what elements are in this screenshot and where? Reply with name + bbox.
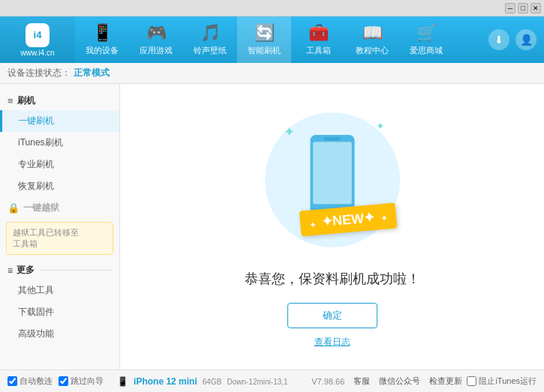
wechat-official-link[interactable]: 微信公众号 [379, 376, 420, 387]
title-bar: ─ □ ✕ [0, 0, 544, 16]
nav-items: 📱 我的设备 🎮 应用游戏 🎵 铃声壁纸 🔄 智能刷机 🧰 工具箱 📖 教程中心… [75, 16, 488, 63]
nav-smart-flash[interactable]: 🔄 智能刷机 [237, 16, 291, 63]
nav-right: ⬇ 👤 [488, 29, 544, 50]
nav-tutorial[interactable]: 📖 教程中心 [345, 16, 399, 63]
sidebar-advanced[interactable]: 高级功能 [0, 323, 119, 345]
top-nav: i4 www.i4.cn 📱 我的设备 🎮 应用游戏 🎵 铃声壁纸 🔄 智能刷机… [0, 16, 544, 63]
main-content: ≡ 刷机 一键刷机 iTunes刷机 专业刷机 恢复刷机 🔒 一键越狱 越狱工具… [0, 84, 544, 370]
jailbreak-label: 一键越狱 [23, 202, 59, 214]
maximize-btn[interactable]: □ [518, 3, 528, 13]
nav-tutorial-label: 教程中心 [356, 45, 389, 56]
nav-store-icon: 🛒 [416, 23, 437, 43]
nav-app-game[interactable]: 🎮 应用游戏 [129, 16, 183, 63]
success-text: 恭喜您，保资料刷机成功啦！ [245, 270, 420, 288]
minimize-btn[interactable]: ─ [505, 3, 515, 13]
svg-rect-2 [323, 137, 340, 141]
sidebar-download-firmware[interactable]: 下载固件 [0, 301, 119, 323]
nav-ringtone[interactable]: 🎵 铃声壁纸 [183, 16, 237, 63]
phone-circle: ✦ ✦ ✦NEW✦ [265, 112, 400, 247]
sidebar-restore-flash[interactable]: 恢复刷机 [0, 175, 119, 197]
auto-connect-input[interactable] [8, 376, 17, 386]
nav-ringtone-label: 铃声壁纸 [194, 45, 227, 56]
stop-itunes-input[interactable] [467, 376, 476, 386]
phone-container: ✦ ✦ ✦NEW✦ [257, 105, 407, 255]
nav-smart-flash-icon: 🔄 [254, 23, 275, 43]
nav-toolbox-icon: 🧰 [308, 23, 329, 43]
confirm-button[interactable]: 确定 [287, 303, 377, 328]
sidebar-warning: 越狱工具已转移至 工具箱 [6, 222, 113, 255]
status-value: 正常模式 [74, 67, 110, 79]
nav-ringtone-icon: 🎵 [200, 23, 221, 43]
logo-text: www.i4.cn [20, 49, 54, 57]
nav-my-device-icon: 📱 [92, 23, 113, 43]
download-btn[interactable]: ⬇ [488, 29, 509, 50]
sidebar-other-tools[interactable]: 其他工具 [0, 280, 119, 301]
nav-app-game-label: 应用游戏 [140, 45, 173, 56]
sidebar-flash-section: ≡ 刷机 [0, 90, 119, 110]
bottom-bar: 自动敷连 跳过向导 📱 iPhone 12 mini 64GB Down-12m… [0, 370, 544, 392]
flash-section-title: 刷机 [17, 94, 35, 107]
sidebar: ≡ 刷机 一键刷机 iTunes刷机 专业刷机 恢复刷机 🔒 一键越狱 越狱工具… [0, 84, 120, 370]
sparkle-tl-icon: ✦ [284, 124, 295, 140]
status-label: 设备连接状态： [8, 67, 71, 79]
check-update-link[interactable]: 检查更新 [429, 376, 462, 387]
stop-itunes-label: 阻止iTunes运行 [479, 376, 536, 387]
svg-rect-1 [313, 142, 352, 204]
more-section-title: 更多 [17, 264, 35, 277]
skip-wizard-label: 跳过向导 [71, 376, 104, 387]
device-version: Down-12mini-13,1 [227, 378, 287, 386]
sidebar-one-click-flash[interactable]: 一键刷机 [0, 110, 119, 132]
logo-area: i4 www.i4.cn [0, 16, 75, 63]
skip-wizard-checkbox[interactable]: 跳过向导 [59, 376, 104, 387]
nav-toolbox-label: 工具箱 [306, 45, 331, 56]
auto-connect-checkbox[interactable]: 自动敷连 [8, 376, 53, 387]
bottom-left: 自动敷连 跳过向导 📱 iPhone 12 mini 64GB Down-12m… [8, 376, 311, 387]
stop-itunes: 阻止iTunes运行 [467, 376, 536, 387]
nav-my-device-label: 我的设备 [86, 45, 119, 56]
version-text: V7.98.66 [311, 377, 344, 386]
close-btn[interactable]: ✕ [530, 3, 541, 13]
nav-app-game-icon: 🎮 [146, 23, 167, 43]
sidebar-itunes-flash[interactable]: iTunes刷机 [0, 132, 119, 154]
logo-icon: i4 [26, 23, 50, 47]
bottom-right: V7.98.66 客服 微信公众号 检查更新 [311, 376, 462, 387]
nav-store-label: 爱思商城 [410, 45, 443, 56]
auto-connect-label: 自动敷连 [20, 376, 53, 387]
user-btn[interactable]: 👤 [515, 29, 536, 50]
view-log-link[interactable]: 查看日志 [314, 336, 350, 349]
skip-wizard-input[interactable] [59, 376, 68, 386]
sidebar-pro-flash[interactable]: 专业刷机 [0, 154, 119, 175]
device-name: iPhone 12 mini [134, 376, 197, 387]
flash-section-icon: ≡ [8, 95, 14, 106]
customer-service-link[interactable]: 客服 [353, 376, 370, 387]
sidebar-more-section: ≡ 更多 [0, 259, 119, 280]
sidebar-jailbreak-section: 🔒 一键越狱 [0, 197, 119, 217]
center-area: ✦ ✦ ✦NEW✦ 恭喜您，保资料刷机成功啦！ 确定 查看日志 [120, 84, 544, 370]
sparkle-tr-icon: ✦ [376, 120, 385, 132]
nav-toolbox[interactable]: 🧰 工具箱 [291, 16, 345, 63]
device-storage: 64GB [203, 378, 222, 386]
device-info: 📱 iPhone 12 mini 64GB Down-12mini-13,1 [117, 376, 288, 387]
status-bar: 设备连接状态： 正常模式 [0, 63, 544, 84]
nav-store[interactable]: 🛒 爱思商城 [399, 16, 453, 63]
nav-tutorial-icon: 📖 [362, 23, 383, 43]
nav-smart-flash-label: 智能刷机 [248, 45, 281, 56]
nav-my-device[interactable]: 📱 我的设备 [75, 16, 129, 63]
